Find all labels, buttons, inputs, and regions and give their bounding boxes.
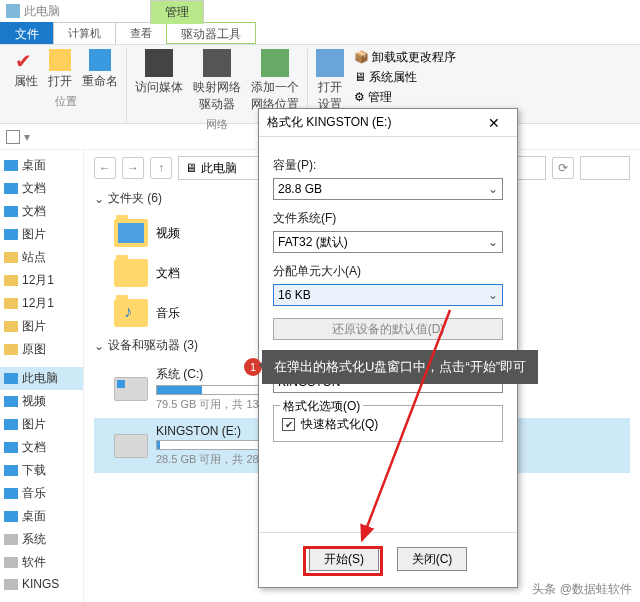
sidebar-item[interactable]: 软件 xyxy=(0,551,83,574)
sidebar-item[interactable]: 桌面 xyxy=(0,505,83,528)
highlight-box xyxy=(303,546,383,576)
quick-format-checkbox[interactable]: ✔ 快速格式化(Q) xyxy=(282,416,494,433)
sidebar-item[interactable]: 下载 xyxy=(0,459,83,482)
ribbon-open-settings[interactable]: 打开 设置 xyxy=(316,49,344,113)
tab-file[interactable]: 文件 xyxy=(0,22,54,44)
sidebar-item[interactable]: 图片 xyxy=(0,413,83,436)
select-all-checkbox[interactable] xyxy=(6,130,20,144)
sidebar-item[interactable]: 视频 xyxy=(0,390,83,413)
format-options-group: 格式化选项(O) ✔ 快速格式化(Q) xyxy=(273,405,503,442)
chevron-down-icon: ⌄ xyxy=(94,339,104,353)
filesystem-label: 文件系统(F) xyxy=(273,210,503,227)
watermark: 头条 @数据蛙软件 xyxy=(532,581,632,598)
nav-up[interactable]: ↑ xyxy=(150,157,172,179)
ribbon-tabs: 文件 计算机 查看 驱动器工具 xyxy=(0,22,640,44)
sidebar-item[interactable]: 图片 xyxy=(0,315,83,338)
sidebar: 桌面 文档 文档 图片 站点 12月1 12月1 图片 原图 此电脑 视频 图片… xyxy=(0,150,84,602)
sidebar-item[interactable]: 音乐 xyxy=(0,482,83,505)
sidebar-item[interactable]: KINGS xyxy=(0,574,83,594)
ribbon-rename[interactable]: 重命名 xyxy=(82,49,118,90)
sidebar-item[interactable]: 站点 xyxy=(0,246,83,269)
folder-icon xyxy=(114,259,148,287)
folder-icon xyxy=(114,219,148,247)
dialog-title: 格式化 KINGSTON (E:) xyxy=(267,114,479,131)
folder-icon xyxy=(114,299,148,327)
window-title: 此电脑 xyxy=(24,3,60,20)
allocation-label: 分配单元大小(A) xyxy=(273,263,503,280)
sidebar-item[interactable]: 原图 xyxy=(0,338,83,361)
sidebar-item[interactable]: 桌面 xyxy=(0,154,83,177)
chevron-down-icon: ⌄ xyxy=(94,192,104,206)
tab-computer[interactable]: 计算机 xyxy=(53,22,116,44)
ribbon-group-label: 位置 xyxy=(55,94,77,109)
capacity-bar xyxy=(156,440,266,450)
allocation-combo[interactable]: 16 KB⌄ xyxy=(273,284,503,306)
capacity-label: 容量(P): xyxy=(273,157,503,174)
capacity-bar xyxy=(156,385,266,395)
ribbon-add-location[interactable]: 添加一个 网络位置 xyxy=(251,49,299,113)
ribbon-sysprops[interactable]: 🖥 系统属性 xyxy=(354,69,456,86)
filesystem-combo[interactable]: FAT32 (默认)⌄ xyxy=(273,231,503,253)
format-dialog: 格式化 KINGSTON (E:) ✕ 容量(P): 28.8 GB⌄ 文件系统… xyxy=(258,108,518,588)
sidebar-this-pc[interactable]: 此电脑 xyxy=(0,367,83,390)
window-titlebar: 此电脑 xyxy=(0,0,640,22)
ribbon-properties[interactable]: ✔属性 xyxy=(14,49,38,90)
annotation-callout: 在弹出的格式化U盘窗口中，点击“开始”即可 xyxy=(262,350,538,384)
checkbox-icon: ✔ xyxy=(282,418,295,431)
ribbon-open[interactable]: 打开 xyxy=(48,49,72,90)
dropdown-icon[interactable]: ▾ xyxy=(24,130,30,144)
drive-free: 28.5 GB 可用，共 28.8 xyxy=(156,452,268,467)
drive-icon xyxy=(114,377,148,401)
chevron-down-icon: ⌄ xyxy=(488,182,498,196)
tab-view[interactable]: 查看 xyxy=(115,22,167,44)
ribbon-uninstall[interactable]: 📦 卸载或更改程序 xyxy=(354,49,456,66)
drive-icon xyxy=(114,434,148,458)
nav-fwd[interactable]: → xyxy=(122,157,144,179)
chevron-down-icon: ⌄ xyxy=(488,288,498,302)
sidebar-item[interactable]: 图片 xyxy=(0,223,83,246)
sidebar-item[interactable]: 系统 xyxy=(0,528,83,551)
sidebar-item[interactable]: 12月1 xyxy=(0,292,83,315)
nav-back[interactable]: ← xyxy=(94,157,116,179)
sidebar-item[interactable]: 文档 xyxy=(0,200,83,223)
sidebar-item[interactable]: 12月1 xyxy=(0,269,83,292)
drive-free: 79.5 GB 可用，共 130 xyxy=(156,397,266,412)
dialog-buttons: 开始(S) 关闭(C) xyxy=(259,532,517,587)
ribbon-group-label: 网络 xyxy=(206,117,228,132)
close-button[interactable]: ✕ xyxy=(479,115,509,131)
pc-icon: 🖥 xyxy=(185,161,197,175)
chevron-down-icon: ⌄ xyxy=(488,235,498,249)
address-text: 此电脑 xyxy=(201,160,237,177)
close-dialog-button[interactable]: 关闭(C) xyxy=(397,547,467,571)
ribbon-map-drive[interactable]: 映射网络 驱动器 xyxy=(193,49,241,113)
dialog-titlebar: 格式化 KINGSTON (E:) ✕ xyxy=(259,109,517,137)
ribbon-manage[interactable]: ⚙ 管理 xyxy=(354,89,456,106)
capacity-combo[interactable]: 28.8 GB⌄ xyxy=(273,178,503,200)
sidebar-item[interactable]: 文档 xyxy=(0,177,83,200)
restore-defaults-button[interactable]: 还原设备的默认值(D) xyxy=(273,318,503,340)
pc-icon xyxy=(6,4,20,18)
search-input[interactable] xyxy=(580,156,630,180)
group-label: 格式化选项(O) xyxy=(280,398,363,415)
ribbon-group-location: ✔属性 打开 重命名 位置 xyxy=(6,49,127,123)
ribbon-access-media[interactable]: 访问媒体 xyxy=(135,49,183,113)
sidebar-item[interactable]: 文档 xyxy=(0,436,83,459)
tab-driver-tools[interactable]: 驱动器工具 xyxy=(166,22,256,44)
drive-name: KINGSTON (E:) xyxy=(156,424,268,438)
tab-manage[interactable]: 管理 xyxy=(150,0,204,24)
nav-refresh[interactable]: ⟳ xyxy=(552,157,574,179)
contextual-tab-group: 管理 xyxy=(150,0,203,24)
